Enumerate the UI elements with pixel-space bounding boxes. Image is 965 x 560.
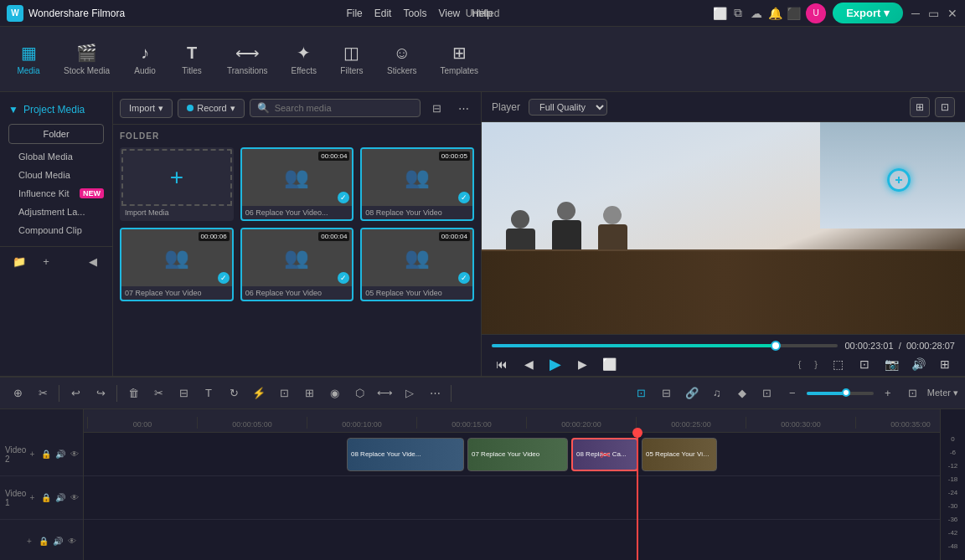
undo-icon[interactable]: ↩ — [65, 383, 86, 404]
tab-audio[interactable]: ♪ Audio — [123, 39, 167, 80]
collapse-panel-icon[interactable]: ◀ — [82, 250, 104, 272]
mark-out-icon[interactable]: } — [811, 357, 821, 371]
add-icon[interactable]: + — [35, 250, 57, 272]
track1-add-icon[interactable]: + — [26, 492, 38, 504]
player-video[interactable] — [482, 122, 965, 334]
menu-tools[interactable]: Tools — [403, 8, 426, 19]
export-button[interactable]: Export ▾ — [833, 3, 903, 23]
track1-lock-icon[interactable]: 🔒 — [40, 492, 52, 504]
track1-volume-icon[interactable]: 🔊 — [54, 492, 66, 504]
transition-icon[interactable]: ⟷ — [374, 383, 395, 404]
frame-forward-icon[interactable]: ▶ — [572, 354, 592, 374]
mark-in-icon[interactable]: { — [795, 357, 805, 371]
sidebar-item-global-media[interactable]: Global Media — [0, 147, 112, 166]
menu-view[interactable]: View — [438, 8, 460, 19]
tab-templates[interactable]: ⊞ Templates — [431, 38, 489, 80]
media-item-vid4[interactable]: 👥 00:00:04 ✓ 06 Replace Your Video — [240, 228, 354, 301]
search-input[interactable] — [275, 103, 413, 113]
motion-icon[interactable]: ▷ — [399, 383, 421, 404]
tab-media[interactable]: ▦ Media — [7, 38, 50, 80]
snapshot-icon[interactable]: ⊞ — [910, 97, 930, 117]
tab-transitions[interactable]: ⟷ Transitions — [217, 38, 278, 80]
maximize-button[interactable]: ▭ — [928, 8, 940, 19]
audio-settings-icon[interactable]: ⊞ — [935, 354, 955, 374]
media-item-vid5[interactable]: 👥 00:00:04 ✓ 05 Replace Your Video — [360, 228, 474, 301]
menu-edit[interactable]: Edit — [374, 8, 392, 19]
track2-add-icon[interactable]: + — [26, 449, 38, 460]
split-icon[interactable]: ✂ — [32, 383, 54, 404]
cloud-icon[interactable]: ☁ — [751, 8, 762, 19]
clip-vid2-2[interactable]: 07 Replace Your Video — [467, 438, 568, 471]
meter-label[interactable]: Meter ▾ — [927, 388, 958, 398]
filter-icon[interactable]: ⊟ — [426, 97, 447, 119]
cut-icon[interactable]: ✂ — [147, 383, 169, 404]
clip-vid2-3[interactable]: 08 Replace Ca... ✂ — [571, 438, 638, 471]
import-thumb[interactable]: + — [121, 149, 232, 206]
tab-titles[interactable]: T Titles — [170, 39, 214, 80]
monitor-icon2[interactable]: ⊡ — [854, 354, 875, 374]
track1-eye-icon[interactable]: 👁 — [69, 492, 80, 504]
linkedit-icon[interactable]: 🔗 — [681, 383, 703, 404]
trim-icon[interactable]: ⊡ — [273, 383, 295, 404]
media-item-vid1[interactable]: 👥 00:00:04 ✓ 06 Replace Your Video... — [240, 147, 354, 221]
redo-icon[interactable]: ↪ — [90, 383, 111, 404]
project-media-section[interactable]: ▼ Project Media — [0, 99, 112, 121]
media-item-vid3[interactable]: 👥 00:00:06 ✓ 07 Replace Your Video — [120, 228, 234, 301]
monitor-icon[interactable]: ⬜ — [714, 8, 725, 19]
minimize-button[interactable]: ─ — [910, 8, 921, 19]
audio-vol-icon[interactable]: 🔊 — [52, 536, 64, 547]
crop-icon[interactable]: ⊟ — [173, 383, 194, 404]
extract-icon[interactable]: ⬚ — [828, 354, 848, 374]
speed-icon[interactable]: ⚡ — [248, 383, 270, 404]
sidebar-item-influence-kit[interactable]: Influence Kit NEW — [0, 184, 112, 203]
track2-lock-icon[interactable]: 🔒 — [40, 449, 52, 460]
play-button[interactable]: ▶ — [545, 354, 565, 374]
audio-track-icon[interactable]: ♫ — [706, 383, 728, 404]
bell-icon[interactable]: 🔔 — [769, 8, 781, 19]
zoom-out-icon[interactable]: − — [782, 383, 803, 404]
clip-vid2-1[interactable]: 08 Replace Your Vide... — [347, 438, 464, 471]
track-height-icon[interactable]: ⊡ — [756, 383, 778, 404]
more-tools-icon[interactable]: ⋯ — [424, 383, 446, 404]
volume-icon[interactable]: 🔊 — [908, 354, 928, 374]
text-icon[interactable]: T — [198, 383, 219, 404]
media-item-vid2[interactable]: 👥 00:00:05 ✓ 08 Replace Your Video — [360, 147, 474, 221]
progress-track[interactable] — [492, 344, 838, 347]
add-track-icon[interactable]: ⊕ — [7, 383, 28, 404]
snapshot-btn2[interactable]: 📷 — [881, 354, 901, 374]
zoom-slider[interactable] — [807, 392, 874, 395]
more-options-icon[interactable]: ⋯ — [452, 97, 474, 119]
avatar[interactable]: U — [806, 3, 826, 23]
fullscreen-icon[interactable]: ⬜ — [599, 354, 619, 374]
sidebar-item-compound-clip[interactable]: Compound Clip — [0, 221, 112, 239]
delete-icon[interactable]: 🗑 — [122, 383, 144, 404]
mask-icon[interactable]: ⬡ — [348, 383, 370, 404]
track2-eye-icon[interactable]: 👁 — [69, 449, 80, 460]
external-monitor-icon[interactable]: ⊡ — [935, 97, 955, 117]
sidebar-item-adjustment-layer[interactable]: Adjustment La... — [0, 203, 112, 221]
sidebar-item-cloud-media[interactable]: Cloud Media — [0, 166, 112, 184]
ripple-icon[interactable]: ⊟ — [656, 383, 678, 404]
close-button[interactable]: ✕ — [947, 8, 958, 19]
magnet-icon[interactable]: ⊡ — [631, 383, 653, 404]
menu-file[interactable]: File — [346, 8, 362, 19]
zoom-in-icon[interactable]: + — [877, 383, 899, 404]
playhead[interactable] — [637, 433, 638, 560]
skip-back-icon[interactable]: ⏮ — [492, 354, 512, 374]
tab-stickers[interactable]: ☺ Stickers — [377, 39, 427, 80]
tab-effects[interactable]: ✦ Effects — [281, 38, 327, 80]
record-button[interactable]: Record ▾ — [178, 99, 244, 118]
copy-icon[interactable]: ⧉ — [732, 8, 744, 19]
rotate-icon[interactable]: ↻ — [223, 383, 245, 404]
quality-select[interactable]: Full Quality 1/2 Quality 1/4 Quality — [529, 99, 607, 116]
settings-icon[interactable]: ⬛ — [787, 8, 799, 19]
tab-stock-media[interactable]: 🎬 Stock Media — [54, 38, 120, 80]
color-icon[interactable]: ◉ — [323, 383, 345, 404]
track2-volume-icon[interactable]: 🔊 — [54, 449, 66, 460]
transform-icon[interactable]: ⊞ — [298, 383, 320, 404]
audio-add-icon[interactable]: + — [23, 536, 35, 547]
audio-lock-icon[interactable]: 🔒 — [38, 536, 49, 547]
frame-back-icon[interactable]: ◀ — [519, 354, 539, 374]
new-folder-icon[interactable]: 📁 — [8, 250, 30, 272]
import-button[interactable]: Import ▾ — [120, 99, 173, 118]
